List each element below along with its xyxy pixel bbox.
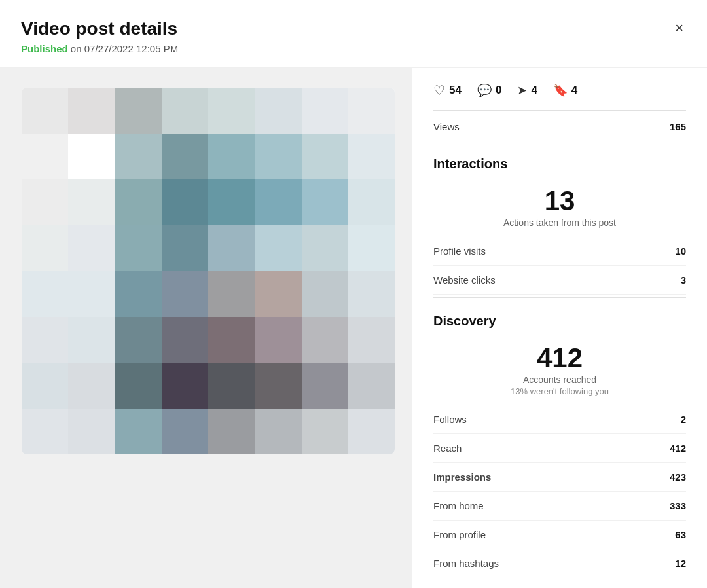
likes-item: ♡ 54 bbox=[433, 83, 462, 98]
website-clicks-row: Website clicks 3 bbox=[433, 266, 686, 295]
mosaic-cell bbox=[302, 409, 348, 454]
interactions-section-title: Interactions bbox=[433, 143, 686, 179]
section-divider bbox=[433, 297, 686, 298]
mosaic-cell bbox=[255, 317, 301, 363]
mosaic-cell bbox=[115, 271, 162, 317]
mosaic-cell bbox=[68, 179, 115, 225]
mosaic-cell bbox=[255, 225, 301, 271]
reach-value: 412 bbox=[670, 443, 686, 454]
follows-value: 2 bbox=[681, 414, 686, 425]
mosaic-cell bbox=[208, 271, 255, 317]
mosaic-cell bbox=[162, 179, 208, 225]
mosaic-cell bbox=[302, 271, 348, 317]
mosaic-cell bbox=[208, 317, 255, 363]
impressions-value: 423 bbox=[670, 471, 686, 483]
mosaic-cell bbox=[208, 134, 255, 179]
mosaic-cell bbox=[348, 179, 395, 225]
date-text: on 07/27/2022 12:05 PM bbox=[71, 43, 178, 54]
page-container: Video post details Published on 07/27/20… bbox=[0, 0, 707, 588]
mosaic-cell bbox=[115, 409, 162, 454]
from-home-value: 333 bbox=[670, 500, 686, 511]
mosaic-cell bbox=[255, 88, 301, 134]
mosaic-cell bbox=[208, 179, 255, 225]
mosaic-cell bbox=[68, 225, 115, 271]
mosaic-cell bbox=[302, 363, 348, 409]
mosaic-cell bbox=[115, 88, 162, 134]
left-panel bbox=[0, 68, 412, 588]
mosaic-cell bbox=[208, 225, 255, 271]
mosaic-cell bbox=[208, 88, 255, 134]
from-hashtags-value: 12 bbox=[675, 558, 686, 569]
mosaic-cell bbox=[22, 363, 68, 409]
mosaic-cell bbox=[302, 225, 348, 271]
mosaic-cell bbox=[68, 271, 115, 317]
mosaic-cell bbox=[348, 409, 395, 454]
from-profile-label: From profile bbox=[433, 529, 486, 540]
discovery-big-label: Accounts reached bbox=[433, 375, 686, 385]
interactions-big-number: 13 bbox=[433, 186, 686, 216]
mosaic-cell bbox=[302, 88, 348, 134]
mosaic-cell bbox=[115, 225, 162, 271]
discovery-big-number: 412 bbox=[433, 343, 686, 373]
mosaic-cell bbox=[68, 363, 115, 409]
mosaic-cell bbox=[208, 409, 255, 454]
from-profile-row: From profile 63 bbox=[433, 521, 686, 549]
shares-item: ➤ 4 bbox=[517, 83, 537, 98]
website-clicks-label: Website clicks bbox=[433, 274, 496, 285]
mosaic-cell bbox=[68, 134, 115, 179]
mosaic-cell bbox=[68, 88, 115, 134]
mosaic-cell bbox=[255, 271, 301, 317]
from-other-row: From other 15 bbox=[433, 578, 686, 588]
mosaic-cell bbox=[162, 225, 208, 271]
bookmarks-count: 4 bbox=[571, 84, 577, 97]
from-home-row: From home 333 bbox=[433, 492, 686, 521]
discovery-section-title: Discovery bbox=[433, 301, 686, 337]
mosaic-cell bbox=[302, 179, 348, 225]
mosaic-cell bbox=[115, 179, 162, 225]
mosaic-cell bbox=[162, 363, 208, 409]
mosaic-cell bbox=[22, 409, 68, 454]
mosaic-cell bbox=[22, 88, 68, 134]
discovery-big-stat: 412 Accounts reached 13% weren't followi… bbox=[433, 337, 686, 405]
share-icon: ➤ bbox=[517, 83, 527, 98]
comments-count: 0 bbox=[496, 84, 501, 97]
header-subtitle: Published on 07/27/2022 12:05 PM bbox=[21, 43, 686, 54]
close-button[interactable]: × bbox=[672, 18, 686, 38]
views-label: Views bbox=[433, 121, 460, 132]
discovery-big-sublabel: 13% weren't following you bbox=[433, 386, 686, 396]
mosaic-cell bbox=[348, 363, 395, 409]
main-content: ♡ 54 💬 0 ➤ 4 🔖 4 Views 165 bbox=[0, 68, 707, 588]
mosaic-cell bbox=[22, 317, 68, 363]
profile-visits-label: Profile visits bbox=[433, 246, 486, 257]
engagement-row: ♡ 54 💬 0 ➤ 4 🔖 4 bbox=[433, 68, 686, 111]
header: Video post details Published on 07/27/20… bbox=[0, 0, 707, 68]
website-clicks-value: 3 bbox=[681, 274, 686, 285]
reach-row: Reach 412 bbox=[433, 434, 686, 463]
mosaic-cell bbox=[22, 225, 68, 271]
mosaic-cell bbox=[348, 317, 395, 363]
mosaic-cell bbox=[348, 134, 395, 179]
follows-label: Follows bbox=[433, 414, 467, 425]
comment-icon: 💬 bbox=[477, 83, 492, 98]
mosaic-cell bbox=[255, 363, 301, 409]
profile-visits-value: 10 bbox=[675, 246, 686, 257]
post-image bbox=[22, 88, 395, 454]
published-label: Published bbox=[21, 43, 68, 54]
bookmark-icon: 🔖 bbox=[553, 83, 568, 98]
mosaic-cell bbox=[162, 134, 208, 179]
likes-count: 54 bbox=[449, 84, 462, 97]
mosaic-cell bbox=[22, 271, 68, 317]
views-value: 165 bbox=[670, 121, 686, 132]
from-profile-value: 63 bbox=[675, 529, 686, 540]
mosaic-cell bbox=[162, 88, 208, 134]
mosaic-cell bbox=[208, 363, 255, 409]
mosaic-cell bbox=[22, 134, 68, 179]
mosaic-cell bbox=[162, 271, 208, 317]
mosaic-cell bbox=[68, 317, 115, 363]
from-hashtags-row: From hashtags 12 bbox=[433, 549, 686, 578]
from-home-label: From home bbox=[433, 500, 484, 511]
impressions-row: Impressions 423 bbox=[433, 463, 686, 492]
views-row: Views 165 bbox=[433, 111, 686, 143]
mosaic-cell bbox=[68, 409, 115, 454]
mosaic-cell bbox=[255, 134, 301, 179]
